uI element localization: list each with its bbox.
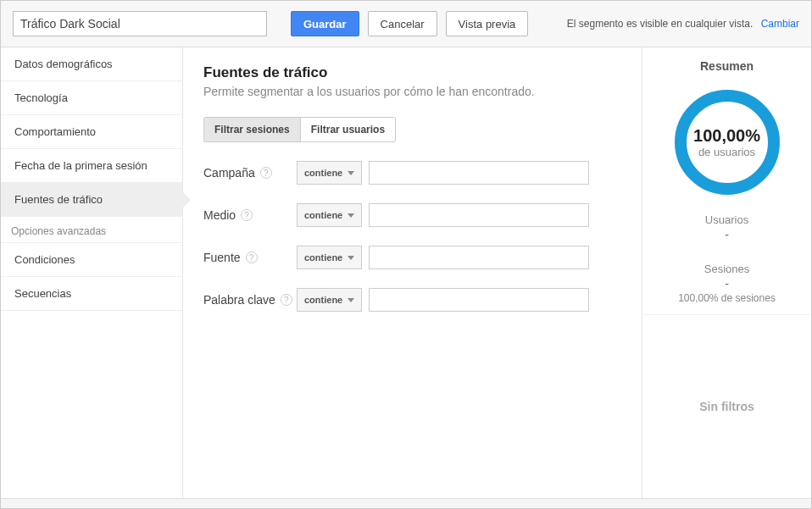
sidebar-item-first-session-date[interactable]: Fecha de la primera sesión <box>1 149 182 183</box>
chevron-down-icon <box>348 256 354 260</box>
sidebar-item-demographics[interactable]: Datos demográficos <box>1 47 182 81</box>
main-panel: Fuentes de tráfico Permite segmentar a l… <box>183 47 642 498</box>
help-icon[interactable]: ? <box>246 252 258 263</box>
filter-users-toggle[interactable]: Filtrar usuarios <box>300 118 395 141</box>
sidebar-item-technology[interactable]: Tecnología <box>1 81 182 115</box>
segment-editor: Guardar Cancelar Vista previa El segment… <box>0 0 812 509</box>
filter-scope-toggle: Filtrar sesiones Filtrar usuarios <box>203 117 396 142</box>
summary-percent: 100,00% <box>693 126 760 146</box>
users-value: - <box>649 228 804 241</box>
sessions-value: - <box>649 277 804 290</box>
panel-title: Fuentes de tráfico <box>203 64 621 81</box>
operator-select-campaign[interactable]: contiene <box>297 161 362 185</box>
sessions-label: Sesiones <box>649 263 804 275</box>
sidebar-group-advanced: Opciones avanzadas <box>1 217 182 243</box>
sidebar-item-behavior[interactable]: Comportamiento <box>1 115 182 149</box>
segment-name-input[interactable] <box>13 11 267 36</box>
change-visibility-link[interactable]: Cambiar <box>761 18 799 30</box>
sidebar-item-traffic-sources[interactable]: Fuentes de tráfico <box>1 183 182 217</box>
value-input-keyword[interactable] <box>369 288 589 312</box>
field-row-source: Fuente ? contiene <box>203 246 621 269</box>
field-row-keyword: Palabra clave ? contiene <box>203 288 621 312</box>
field-label-source: Fuente ? <box>203 251 297 264</box>
operator-select-source[interactable]: contiene <box>297 246 362 269</box>
summary-percent-sub: de usuarios <box>698 146 755 158</box>
value-input-source[interactable] <box>369 246 589 269</box>
sessions-percent: 100,00% de sesiones <box>649 292 804 304</box>
chevron-down-icon <box>348 171 354 175</box>
top-toolbar: Guardar Cancelar Vista previa El segment… <box>1 1 811 47</box>
sidebar-item-sequences[interactable]: Secuencias <box>1 277 182 311</box>
visibility-text: El segmento es visible en cualquier vist… <box>567 18 799 30</box>
chevron-down-icon <box>348 298 354 302</box>
save-button[interactable]: Guardar <box>291 11 359 36</box>
summary-title: Resumen <box>642 47 811 82</box>
field-label-medium: Medio ? <box>203 208 297 222</box>
operator-select-medium[interactable]: contiene <box>297 203 362 227</box>
sidebar-item-conditions[interactable]: Condiciones <box>1 243 182 277</box>
summary-panel: Resumen 100,00% de usuarios Usuarios - S… <box>642 47 811 498</box>
value-input-medium[interactable] <box>369 203 589 227</box>
chevron-down-icon <box>348 213 354 218</box>
panel-description: Permite segmentar a los usuarios por cóm… <box>203 85 621 98</box>
field-row-campaign: Campaña ? contiene <box>203 161 621 185</box>
help-icon[interactable]: ? <box>260 167 272 179</box>
footer-scrollbar[interactable] <box>1 498 811 508</box>
no-filters-text: Sin filtros <box>642 314 811 498</box>
field-row-medium: Medio ? contiene <box>203 203 621 227</box>
field-label-keyword: Palabra clave ? <box>203 293 297 307</box>
filter-sessions-toggle[interactable]: Filtrar sesiones <box>204 118 300 141</box>
help-icon[interactable]: ? <box>241 209 253 221</box>
category-sidebar: Datos demográficos Tecnología Comportami… <box>1 47 183 498</box>
value-input-campaign[interactable] <box>369 161 589 185</box>
preview-button[interactable]: Vista previa <box>446 11 529 36</box>
help-icon[interactable]: ? <box>281 294 292 306</box>
field-label-campaign: Campaña ? <box>203 166 297 180</box>
cancel-button[interactable]: Cancelar <box>368 11 437 36</box>
operator-select-keyword[interactable]: contiene <box>297 288 362 312</box>
users-label: Usuarios <box>649 213 804 226</box>
donut-chart: 100,00% de usuarios <box>672 87 782 197</box>
